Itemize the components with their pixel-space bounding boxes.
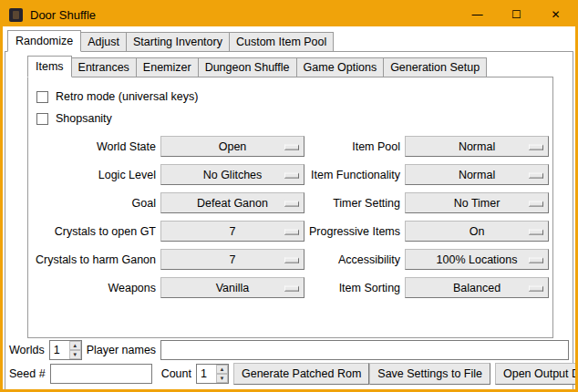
titlebar[interactable]: Door Shuffle — ☐ ✕ <box>3 3 575 26</box>
dropdown-value: Normal <box>459 140 495 153</box>
dropdown-item-pool[interactable]: Normal <box>405 136 549 157</box>
tab-adjust[interactable]: Adjust <box>80 32 127 52</box>
dropdown-value: 100% Locations <box>437 253 518 266</box>
dropdown-progressive-items[interactable]: On <box>405 221 549 242</box>
worlds-spinner[interactable]: 1 ▲ ▼ <box>49 340 82 360</box>
window-title: Door Shuffle <box>30 8 96 22</box>
spin-down-icon[interactable]: ▼ <box>69 350 81 359</box>
item-pool-label: Item Pool <box>309 140 400 153</box>
worlds-label: Worlds <box>9 344 45 356</box>
tab-items[interactable]: Items <box>27 56 72 77</box>
generate-patched-rom-button[interactable]: Generate Patched Rom <box>233 363 369 385</box>
dropdown-item-functionality[interactable]: Normal <box>405 164 549 185</box>
close-button[interactable]: ✕ <box>536 3 575 26</box>
dropdown-value: Vanilla <box>216 282 250 294</box>
open-output-directory-button[interactable]: Open Output Directory <box>495 363 578 385</box>
dropdown-indicator-icon <box>284 257 299 263</box>
dropdown-indicator-icon <box>529 229 543 234</box>
dropdown-value: 7 <box>230 225 236 238</box>
dropdown-indicator-icon <box>284 144 299 150</box>
dropdown-crystals-open-gt[interactable]: 7 <box>160 221 304 242</box>
goal-label: Goal <box>36 197 156 210</box>
count-label: Count <box>161 367 191 380</box>
item-sorting-label: Item Sorting <box>309 282 400 294</box>
dropdown-value: On <box>470 225 485 238</box>
dropdown-indicator-icon <box>284 285 299 291</box>
shopsanity-checkbox[interactable]: Shopsanity <box>36 108 552 129</box>
player-names-label: Player names <box>87 344 156 356</box>
dropdown-accessibility[interactable]: 100% Locations <box>405 249 549 270</box>
checkbox-group: Retro mode (universal keys) Shopsanity <box>28 77 552 129</box>
seed-label: Seed # <box>9 367 46 380</box>
retro-mode-checkbox[interactable]: Retro mode (universal keys) <box>36 86 552 108</box>
dropdown-value: Normal <box>459 169 495 181</box>
spin-down-icon[interactable]: ▼ <box>216 374 228 383</box>
app-icon[interactable] <box>9 8 23 22</box>
tab-enemizer[interactable]: Enemizer <box>136 57 199 77</box>
shopsanity-label: Shopsanity <box>56 112 112 125</box>
dropdown-indicator-icon <box>284 201 299 206</box>
minimize-button[interactable]: — <box>458 3 497 26</box>
save-settings-button[interactable]: Save Settings to File <box>369 363 490 385</box>
dropdown-indicator-icon <box>529 144 543 150</box>
crystals-harm-ganon-label: Crystals to harm Ganon <box>36 253 156 266</box>
tab-entrances[interactable]: Entrances <box>71 57 137 77</box>
item-functionality-label: Item Functionality <box>309 169 400 181</box>
window-controls: — ☐ ✕ <box>458 3 575 26</box>
dropdown-value: Defeat Ganon <box>197 197 268 210</box>
timer-setting-label: Timer Setting <box>309 197 400 210</box>
option-grid: World State Open Item Pool Normal Logic … <box>36 136 552 298</box>
dropdown-indicator-icon <box>529 172 543 178</box>
logic-level-label: Logic Level <box>36 169 156 181</box>
retro-mode-checkbox-box[interactable] <box>36 91 48 103</box>
dropdown-value: Balanced <box>453 282 501 294</box>
app-window: Door Shuffle — ☐ ✕ Randomize Adjust Star… <box>0 0 578 392</box>
count-spinner-value: 1 <box>197 365 216 383</box>
dropdown-world-state[interactable]: Open <box>160 136 304 157</box>
main-tab-bar: Randomize Adjust Starting Inventory Cust… <box>3 26 575 52</box>
retro-mode-label: Retro mode (universal keys) <box>56 90 198 103</box>
maximize-button[interactable]: ☐ <box>497 3 536 26</box>
weapons-label: Weapons <box>36 282 156 294</box>
dropdown-indicator-icon <box>284 172 299 178</box>
dropdown-crystals-harm-ganon[interactable]: 7 <box>160 249 304 270</box>
dropdown-timer-setting[interactable]: No Timer <box>405 192 549 213</box>
items-panel: Retro mode (universal keys) Shopsanity W… <box>27 77 553 338</box>
tab-starting-inventory[interactable]: Starting Inventory <box>126 32 230 52</box>
worlds-row: Worlds 1 ▲ ▼ Player names <box>9 338 569 362</box>
dropdown-value: No Glitches <box>203 169 263 181</box>
spin-up-icon[interactable]: ▲ <box>216 365 228 374</box>
shopsanity-checkbox-box[interactable] <box>36 113 48 125</box>
dropdown-indicator-icon <box>529 201 543 206</box>
tab-dungeon-shuffle[interactable]: Dungeon Shuffle <box>198 57 297 77</box>
tab-game-options[interactable]: Game Options <box>296 57 385 77</box>
dropdown-value: No Timer <box>454 197 501 210</box>
sub-tab-bar: Items Entrances Enemizer Dungeon Shuffle… <box>5 52 573 77</box>
dropdown-item-sorting[interactable]: Balanced <box>405 277 549 298</box>
progressive-items-label: Progressive Items <box>309 225 400 238</box>
randomize-panel: Items Entrances Enemizer Dungeon Shuffle… <box>5 51 573 390</box>
crystals-open-gt-label: Crystals to open GT <box>36 225 156 238</box>
tab-custom-item-pool[interactable]: Custom Item Pool <box>229 32 334 52</box>
tab-randomize[interactable]: Randomize <box>7 30 81 52</box>
seed-row: Seed # Count 1 ▲ ▼ Generate Patched Rom … <box>9 362 569 386</box>
world-state-label: World State <box>36 140 156 153</box>
dropdown-indicator-icon <box>529 285 543 291</box>
footer: Worlds 1 ▲ ▼ Player names Seed # <box>5 338 573 389</box>
dropdown-indicator-icon <box>529 257 543 263</box>
dropdown-goal[interactable]: Defeat Ganon <box>160 192 304 213</box>
dropdown-weapons[interactable]: Vanilla <box>160 277 304 298</box>
count-spinner-arrows: ▲ ▼ <box>216 365 228 383</box>
count-spinner[interactable]: 1 ▲ ▼ <box>196 364 229 384</box>
accessibility-label: Accessibility <box>309 253 400 266</box>
worlds-spinner-arrows: ▲ ▼ <box>69 341 81 359</box>
dropdown-value: 7 <box>230 253 236 266</box>
dropdown-value: Open <box>219 140 247 153</box>
seed-input[interactable] <box>50 364 152 384</box>
dropdown-logic-level[interactable]: No Glitches <box>160 164 304 185</box>
tab-generation-setup[interactable]: Generation Setup <box>383 57 487 77</box>
player-names-input[interactable] <box>160 340 569 360</box>
spin-up-icon[interactable]: ▲ <box>69 341 81 350</box>
worlds-spinner-value: 1 <box>50 341 69 359</box>
dropdown-indicator-icon <box>284 229 299 234</box>
